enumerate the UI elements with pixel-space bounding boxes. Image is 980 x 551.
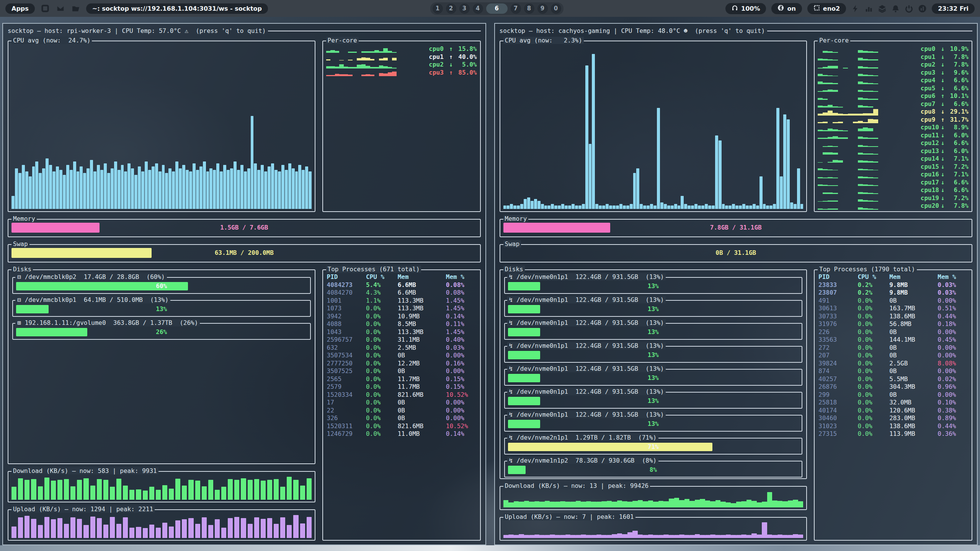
core-row-cpu2: cpu2↓ 7.8%	[817, 61, 969, 69]
process-cell: 113.3MB	[398, 297, 446, 305]
workspace-7[interactable]: 7	[511, 3, 521, 14]
process-cell: 40174	[818, 407, 858, 415]
workspace-3[interactable]: 3	[459, 3, 470, 14]
disk-row: ↯/dev/nvme0n1p1 122.4GB / 931.5GB (13%)1…	[504, 277, 803, 294]
process-cell: 0.08%	[446, 281, 478, 289]
top-processes-title: Top Processes (1790 total)	[818, 266, 916, 273]
process-cell: 23807	[818, 289, 858, 297]
workspace-8[interactable]: 8	[524, 3, 534, 14]
bell-icon[interactable]	[892, 5, 900, 13]
process-cell: 821.6MB	[398, 391, 446, 399]
core-row-cpu7: cpu7↓ 6.6%	[817, 100, 969, 108]
process-cell: 0.14%	[446, 313, 478, 321]
disk-percent-label: 13%	[505, 374, 802, 381]
disks-title: Disks	[11, 266, 33, 273]
workspace-1[interactable]: 1	[433, 3, 443, 14]
clock-pill[interactable]: 23:32 Fri	[932, 3, 975, 14]
process-cell: 0.00%	[446, 407, 478, 415]
process-cell: 0.0%	[366, 344, 398, 352]
disk-usage: 122.4GB / 931.5GB (13%)	[568, 342, 664, 349]
process-cell: 1073	[327, 305, 366, 313]
process-cell: 1520311	[327, 422, 366, 430]
activity-icon[interactable]	[918, 5, 926, 13]
disk-percent-label: 71%	[505, 443, 802, 450]
bluetooth-pill[interactable]: on	[771, 3, 802, 14]
per-core-list: cpu0↑15.8%cpu1↑40.0%cpu2↓ 5.0%cpu3↑85.0%	[325, 45, 478, 210]
process-cell: 0.16%	[446, 360, 478, 368]
process-cell: 1.45%	[446, 297, 478, 305]
process-cell: 0.00%	[446, 352, 478, 360]
process-cell: 12.2MB	[398, 360, 446, 368]
process-cell: 120.6MB	[889, 407, 938, 415]
top-processes-box: Top Processes (1790 total) PIDCPU %MemMe…	[814, 269, 972, 541]
process-cell: 31976	[818, 320, 858, 328]
workspace-9[interactable]: 9	[537, 3, 548, 14]
mail-icon[interactable]	[56, 3, 65, 13]
workspace-6[interactable]: 6	[486, 3, 508, 14]
disks-box: Disks ⊟/dev/mmcblk0p2 17.4GB / 28.8GB (6…	[8, 269, 315, 464]
process-cell: 0.15%	[446, 375, 478, 383]
bolt-icon[interactable]	[851, 5, 859, 13]
column-header: PID	[818, 273, 858, 281]
process-cell: 0.00%	[938, 344, 969, 352]
network-interface: eno2	[823, 5, 840, 12]
process-cell: 4084273	[327, 281, 366, 289]
process-cell: 874	[818, 367, 858, 375]
terminal-rpi-worker-3[interactable]: socktop — host: rpi-worker-3 | CPU Temp:…	[2, 23, 486, 545]
disk-percent-label: 26%	[13, 328, 310, 336]
layers-icon[interactable]	[878, 5, 886, 13]
process-cell: 207	[818, 352, 858, 360]
volume-level: 100%	[741, 5, 760, 12]
process-cell: 4084270	[327, 289, 366, 297]
volume-pill[interactable]: 100%	[725, 3, 766, 14]
workspace-2[interactable]: 2	[446, 3, 456, 14]
disk-percent-label: 8%	[505, 466, 802, 473]
disk-percent-label: 13%	[505, 305, 802, 313]
terminal-cachyos-gaming[interactable]: socktop — host: cachyos-gaming | CPU Tem…	[494, 23, 978, 545]
process-cell: 0.0%	[858, 414, 889, 422]
process-cell: 0.10%	[938, 399, 969, 407]
process-cell: 0.0%	[858, 305, 889, 313]
process-cell: 8.08%	[938, 360, 969, 368]
folder-icon[interactable]	[71, 3, 81, 13]
process-cell: 2579	[327, 383, 366, 391]
process-table: PIDCPU %MemMem %40842735.4%6.6MB0.08%408…	[327, 273, 478, 438]
workspace-0[interactable]: 0	[551, 3, 561, 14]
apps-button[interactable]: Apps	[5, 3, 35, 14]
process-cell: 25818	[818, 399, 858, 407]
process-cell: 0.0%	[858, 297, 889, 305]
workspace-4[interactable]: 4	[473, 3, 483, 14]
process-cell: 0.0%	[366, 383, 398, 391]
disk-usage: 122.4GB / 931.5GB (13%)	[568, 319, 664, 326]
process-cell: 632	[327, 344, 366, 352]
socktop-header: socktop — host: rpi-worker-3 | CPU Temp:…	[8, 26, 481, 35]
desktop: socktop — host: rpi-worker-3 | CPU Temp:…	[0, 23, 980, 545]
cpu-history-chart	[503, 46, 804, 209]
process-cell: 0.89%	[938, 414, 969, 422]
upload-chart	[11, 515, 312, 538]
process-cell: 0B	[889, 367, 938, 375]
per-core-list: cpu0↓10.9%cpu1↓ 7.8%cpu2↓ 7.8%cpu3↓ 9.6%…	[817, 45, 969, 210]
network-pill[interactable]: eno2	[807, 3, 846, 14]
upload-box: Upload (KB/s) — now: 1294 | peak: 2211	[8, 509, 315, 541]
process-cell: 0.00%	[446, 399, 478, 407]
process-cell: 5.5MB	[889, 375, 938, 383]
column-header: Mem	[398, 273, 446, 281]
process-cell: 0.0%	[858, 407, 889, 415]
per-core-box: Per-core cpu0↓10.9%cpu1↓ 7.8%cpu2↓ 7.8%c…	[814, 41, 972, 212]
process-cell: 0.0%	[858, 422, 889, 430]
power-icon[interactable]	[905, 5, 913, 13]
network-icon	[813, 5, 820, 13]
window-icon[interactable]	[40, 3, 50, 13]
signal-bars-icon[interactable]	[865, 5, 873, 13]
process-cell: 0B	[889, 328, 938, 336]
core-row-cpu20: cpu20↓ 7.8%	[817, 202, 969, 210]
column-header: CPU %	[366, 273, 398, 281]
core-row-cpu6: cpu6↑10.1%	[817, 92, 969, 100]
disk-usage: 17.4GB / 28.8GB (60%)	[77, 273, 165, 280]
process-cell: 0.0%	[366, 422, 398, 430]
process-cell: 113.9MB	[889, 430, 938, 438]
disk-row: ↯/dev/nvme0n1p1 122.4GB / 931.5GB (13%)1…	[504, 323, 803, 340]
memory-box: Memory 7.8GB / 31.1GB	[500, 219, 973, 237]
active-window-title[interactable]: ~: socktop ws://192.168.1.104:3031/ws - …	[86, 3, 268, 14]
